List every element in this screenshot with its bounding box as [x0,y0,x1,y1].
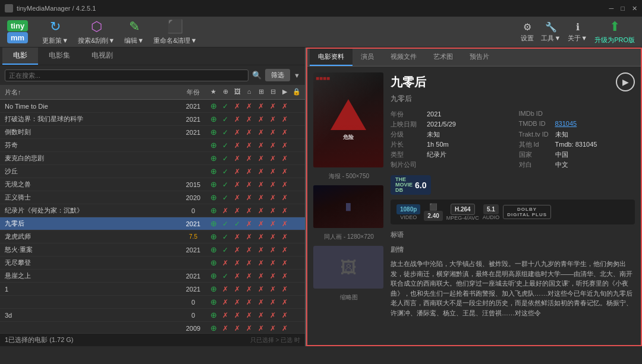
toolbar-upgrade[interactable]: ⬆ 升级为PRO版 [594,19,635,45]
table-row[interactable]: No Time to Die2021⊕✓✗✗✗✗✗ [0,100,305,113]
toolbar-rename[interactable]: ⬛ 重命名&清理▼ [153,19,197,45]
tech-specs: 1080p VIDEO ⬛ 2.40 H.264 MPEG-4/AVC 5. [391,200,635,224]
cell-add[interactable]: ⊕ [207,245,219,254]
toolbar-update-label: 更新策▼ [42,36,68,45]
toolbar-tools[interactable]: 🔧 工具▼ [541,21,561,43]
tmdb-link[interactable]: 831045 [555,120,577,127]
cell-add[interactable]: ⊕ [207,154,219,163]
cell-name: 3d [2,312,179,319]
play-button[interactable]: ▶ [616,72,635,91]
col-header-lock: 🔒 [291,88,303,97]
cell-add[interactable]: ⊕ [207,115,219,124]
filter-dropdown-icon[interactable]: ▼ [294,72,300,79]
tab-trailer[interactable]: 预告片 [461,49,498,66]
cell-add[interactable]: ⊕ [207,102,219,110]
table-row[interactable]: 打破边界：我们星球的科学2021⊕✓✗✗✗✗✗ [0,113,305,126]
tab-movies[interactable]: 电影 [2,48,38,65]
cell-add[interactable]: ⊕ [207,258,219,267]
filter-button[interactable]: 筛选 [265,69,290,81]
cell-add[interactable]: ⊕ [207,180,219,189]
cell-add[interactable]: ⊕ [207,128,219,137]
cell-check-5: ✗ [279,311,291,319]
table-row[interactable]: 2009⊕✗✗✗✗✗✗ [0,322,305,333]
cell-name: 纪录片《何处为家：沉默》 [2,206,179,215]
toolbar-about[interactable]: ℹ 关于▼ [568,21,587,43]
toolbar-settings[interactable]: ⚙ 设置 [521,21,534,43]
cell-check-1: ✗ [231,233,243,241]
cell-check-0: ✓ [219,115,231,124]
fanart-image[interactable]: █ [313,185,383,228]
titlebar-controls[interactable]: ─ □ ✕ [609,5,637,12]
cell-check-3: ✗ [255,167,267,176]
cell-add[interactable]: ⊕ [207,167,219,176]
toolbar-about-label: 关于▼ [568,34,587,43]
table-row[interactable]: 0⊕✗✗✗✗✗✗ [0,296,305,309]
table-row[interactable]: 怒火·重案2021⊕✓✗✗✗✗✗ [0,243,305,257]
close-button[interactable]: ✕ [632,5,637,12]
table-row[interactable]: 无尽攀登⊕✗✗✗✗✗✗ [0,257,305,270]
cell-add[interactable]: ⊕ [207,324,219,333]
tab-actors[interactable]: 演员 [353,49,382,66]
cell-check-5: ✗ [279,128,291,137]
cell-check-5: ✗ [279,207,291,215]
poster-section: 危险 ■■■■ 海报 - 500×750 █ 同人画 - 1280×720 🖼 [313,72,385,302]
table-row[interactable]: 悬崖之上2021⊕✓✗✗✗✗✗ [0,270,305,283]
cell-check-5: ✗ [279,167,291,176]
table-row[interactable]: 无境之兽2015⊕✓✗✗✗✗✗ [0,178,305,191]
table-row[interactable]: 3d0⊕✗✗✗✗✗✗ [0,309,305,322]
table-row[interactable]: 纪录片《何处为家：沉默》0⊕✗✗✗✗✗✗ [0,204,305,217]
language-value: 中文 [555,160,568,169]
poster-image[interactable]: 危险 ■■■■ [313,72,383,167]
table-row[interactable]: 12021⊕✗✗✗✗✗✗ [0,283,305,296]
cell-add[interactable]: ⊕ [207,311,219,319]
tab-movie-info[interactable]: 电影资料 [310,49,353,66]
cell-year: 2021 [179,116,207,123]
cell-add[interactable]: ⊕ [207,193,219,202]
col-header-name[interactable]: 片名↑ [2,88,179,97]
col-header-year[interactable]: 年份 [179,88,207,97]
titlebar-left: tinyMediaManager / 4.2.5.1 [5,4,96,12]
tmdb-score: 6.0 [415,181,426,190]
cell-check-1: ✗ [231,207,243,215]
table-row[interactable]: 正义骑士2020⊕✓✗✗✗✗✗ [0,191,305,204]
cell-check-4: ✗ [267,115,279,124]
cell-add[interactable]: ⊕ [207,141,219,150]
col-header-add[interactable]: ⊕ [219,88,231,97]
minimize-button[interactable]: ─ [609,5,614,12]
cell-check-2: ✗ [243,194,255,202]
tab-tv[interactable]: 电视剧 [81,48,124,65]
cell-check-4: ✗ [267,194,279,202]
table-row[interactable]: 芬奇⊕✓✗✗✗✗✗ [0,139,305,152]
cell-add[interactable]: ⊕ [207,206,219,215]
cell-add[interactable]: ⊕ [207,284,219,293]
cell-add[interactable]: ⊕ [207,232,219,241]
cell-add[interactable]: ⊕ [207,271,219,280]
cell-check-4: ✗ [267,324,279,333]
cell-check-0: ✓ [219,102,231,110]
search-input[interactable] [5,69,248,81]
tab-movie-sets[interactable]: 电影集 [38,48,81,65]
table-body: No Time to Die2021⊕✓✗✗✗✗✗打破边界：我们星球的科学202… [0,100,305,333]
cell-check-2: ✗ [243,115,255,124]
table-row[interactable]: 龙虎武师7.5⊕✓✗✗✗✗✗ [0,230,305,243]
cell-name: 打破边界：我们星球的科学 [2,115,179,124]
cell-check-2: ✗ [243,285,255,293]
toolbar-update[interactable]: ↻ 更新策▼ [42,19,68,45]
table-row[interactable]: 麦克白的悲剧⊕✓✗✗✗✗✗ [0,152,305,165]
table-row[interactable]: 倒数时刻2021⊕✓✗✗✗✗✗ [0,126,305,139]
upgrade-icon: ⬆ [609,19,620,34]
cell-name: 九零后 [2,219,179,228]
toolbar-edit[interactable]: ✎ 编辑▼ [124,19,144,45]
maximize-button[interactable]: □ [621,5,625,12]
tab-artwork[interactable]: 艺术图 [425,49,461,66]
search-submit-icon[interactable]: 🔍 [252,71,262,80]
tab-video-files[interactable]: 视频文件 [382,49,425,66]
panel-resize-handle[interactable] [303,48,307,346]
toolbar-search[interactable]: ⬡ 搜索&刮削▼ [78,19,115,45]
col-header-plus: ⊞ [255,88,267,97]
cell-add[interactable]: ⊕ [207,297,219,306]
cell-add[interactable]: ⊕ [207,219,219,228]
col-header-rating[interactable]: ★ [207,88,219,97]
table-row[interactable]: 沙丘⊕✓✗✗✗✗✗ [0,165,305,178]
table-row[interactable]: 九零后2021⊕✓✓✗✗✗✗ [0,217,305,230]
